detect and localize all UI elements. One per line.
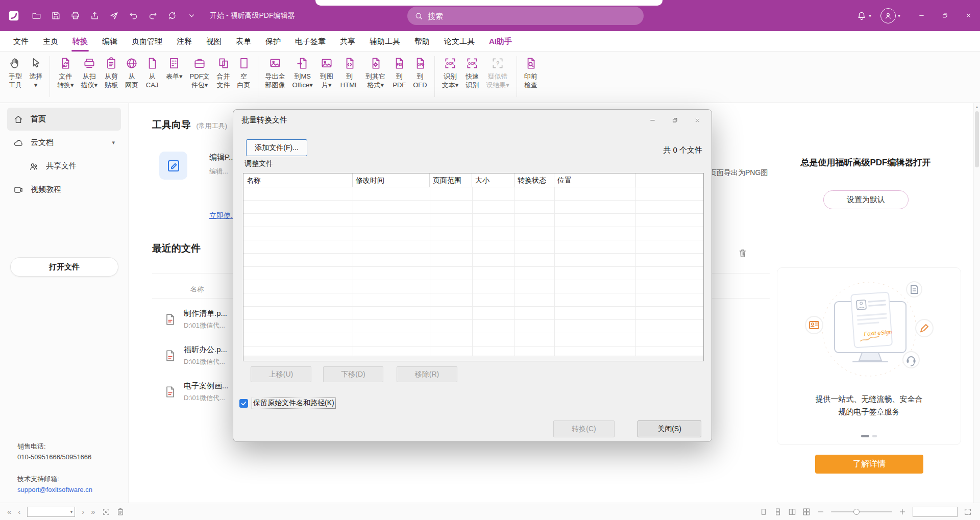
ribbon-button[interactable]: 从 CAJ	[142, 55, 162, 89]
dialog-titlebar[interactable]: 批量转换文件	[233, 110, 712, 130]
zoom-slider[interactable]	[831, 511, 892, 512]
menu-tab[interactable]: 转换	[65, 31, 95, 52]
remove-button[interactable]: 移除(R)	[397, 366, 457, 382]
ribbon-button[interactable]: 从扫 描仪▾	[78, 55, 102, 89]
layout-continuous-icon[interactable]	[774, 508, 782, 516]
sidebar-item[interactable]: 共享文件	[22, 155, 121, 178]
sync-icon[interactable]	[167, 11, 177, 20]
ribbon-button[interactable]: 到图 片▾	[316, 55, 337, 89]
menu-tab[interactable]: 共享	[333, 31, 362, 52]
chevron-down-icon[interactable]: ▾	[70, 509, 75, 514]
redo-icon[interactable]	[148, 11, 158, 20]
search-input[interactable]	[428, 12, 636, 20]
ribbon-button[interactable]: PDF 到 PDF	[389, 55, 409, 89]
folder-open-icon[interactable]	[32, 11, 41, 20]
support-email-link[interactable]: support@foxitsoftware.cn	[17, 484, 92, 495]
move-down-button[interactable]: 下移(D)	[323, 366, 383, 382]
column-header[interactable]: 页面范围	[430, 174, 472, 187]
ribbon-button[interactable]: 到其它 格式▾	[362, 55, 389, 89]
menu-tab[interactable]: 注释	[169, 31, 199, 52]
ribbon-button[interactable]: 选择 ▾	[26, 55, 46, 89]
menu-tab[interactable]: AI助手	[482, 31, 519, 52]
menu-tab[interactable]: 论文工具	[437, 31, 482, 52]
fullscreen-button[interactable]	[964, 508, 972, 516]
keep-names-checkbox[interactable]	[239, 399, 248, 408]
menu-tab[interactable]: 页面管理	[125, 31, 169, 52]
ribbon-button[interactable]: OCR 识别 文本▾	[438, 55, 462, 89]
scrollbar-thumb[interactable]	[975, 111, 979, 167]
menu-tab[interactable]: 帮助	[407, 31, 437, 52]
export-up-icon[interactable]	[90, 11, 100, 20]
carousel-dot-active[interactable]	[861, 435, 869, 437]
page-number-input[interactable]	[28, 508, 70, 515]
save-icon[interactable]	[51, 11, 61, 20]
send-icon[interactable]	[109, 11, 119, 20]
ribbon-button[interactable]: OFD 到 OFD	[409, 55, 430, 89]
chevron-down-icon[interactable]	[187, 11, 197, 20]
add-files-button[interactable]: 添加文件(F)...	[246, 139, 307, 156]
ribbon-button[interactable]: ? 疑似错 误结果▾	[482, 55, 513, 89]
print-icon[interactable]	[70, 11, 80, 20]
column-header[interactable]: 转换状态	[514, 174, 554, 187]
snapshot-icon[interactable]	[102, 508, 110, 516]
menu-tab[interactable]: 保护	[258, 31, 288, 52]
ribbon-button[interactable]: 导出全 部图像	[262, 55, 289, 89]
zoom-in-button[interactable]	[898, 508, 906, 516]
account-button[interactable]: ▾	[880, 8, 900, 23]
menu-tab[interactable]: 文件	[6, 31, 36, 52]
trash-icon[interactable]	[738, 248, 748, 258]
ribbon-button[interactable]: 从剪 贴板	[101, 55, 121, 89]
ribbon-button[interactable]: 从 网页	[121, 55, 142, 89]
horizontal-scrollbar[interactable]	[243, 356, 703, 361]
ribbon-button[interactable]: 手型 工具	[5, 55, 26, 89]
ribbon-button[interactable]: 到MS Office▾	[289, 55, 316, 89]
ribbon-button[interactable]: 文件 转换▾	[54, 55, 78, 89]
last-page-button[interactable]: »	[91, 508, 95, 515]
notifications-button[interactable]: ▾	[856, 11, 871, 21]
close-button[interactable]	[957, 0, 980, 31]
first-page-button[interactable]: «	[7, 508, 11, 515]
menu-tab[interactable]: 电子签章	[288, 31, 333, 52]
ribbon-button[interactable]: 空 白页	[234, 55, 254, 89]
ribbon-button[interactable]: 表单▾	[162, 55, 186, 89]
dialog-minimize-button[interactable]	[641, 110, 664, 130]
convert-button[interactable]: 转换(C)	[553, 420, 615, 437]
edit-pdf-card[interactable]	[159, 152, 187, 180]
ribbon-button[interactable]: 合并 文件	[213, 55, 234, 89]
files-table-body[interactable]	[243, 187, 703, 356]
ribbon-button[interactable]: OCR 快速 识别	[462, 55, 482, 89]
learn-more-button[interactable]: 了解详情	[815, 455, 923, 474]
chevron-down-icon[interactable]: ▾	[112, 139, 115, 146]
dialog-close-button[interactable]	[686, 110, 708, 130]
menu-tab[interactable]: 主页	[36, 31, 65, 52]
zoom-out-button[interactable]	[817, 508, 825, 516]
column-header[interactable]: 大小	[472, 174, 514, 187]
menu-tab[interactable]: 辅助工具	[362, 31, 407, 52]
layout-facing-continuous-icon[interactable]	[802, 508, 811, 516]
minimize-button[interactable]	[910, 0, 933, 31]
zoom-slider-knob[interactable]	[853, 509, 860, 515]
open-file-button[interactable]: 打开文件	[10, 257, 118, 277]
next-page-button[interactable]: ›	[82, 508, 84, 515]
carousel-dots[interactable]	[777, 435, 961, 437]
ribbon-button[interactable]: 印前 检查	[521, 55, 541, 89]
sidebar-item[interactable]: 视频教程	[7, 178, 121, 201]
clipboard-icon[interactable]	[116, 508, 125, 516]
vertical-scrollbar[interactable]: ▴	[973, 103, 980, 503]
sidebar-item[interactable]: 首页	[7, 108, 121, 131]
ribbon-button[interactable]: PDF文 件包▾	[186, 55, 213, 89]
prev-page-button[interactable]: ‹	[18, 508, 20, 515]
layout-facing-icon[interactable]	[788, 508, 796, 516]
zoom-value-input[interactable]	[913, 507, 957, 516]
column-header[interactable]: 修改时间	[353, 174, 430, 187]
close-dialog-button[interactable]: 关闭(S)	[638, 420, 701, 437]
carousel-dot[interactable]	[872, 435, 877, 437]
ribbon-button[interactable]: 到 HTML	[337, 55, 362, 89]
move-up-button[interactable]: 上移(U)	[251, 366, 311, 382]
column-header[interactable]: 名称	[243, 174, 353, 187]
set-default-button[interactable]: 设置为默认	[823, 190, 909, 209]
menu-tab[interactable]: 编辑	[95, 31, 125, 52]
undo-icon[interactable]	[129, 11, 138, 20]
keep-names-option[interactable]: 保留原始文件名和路径(K)	[239, 398, 335, 408]
search-bar[interactable]	[407, 7, 644, 25]
